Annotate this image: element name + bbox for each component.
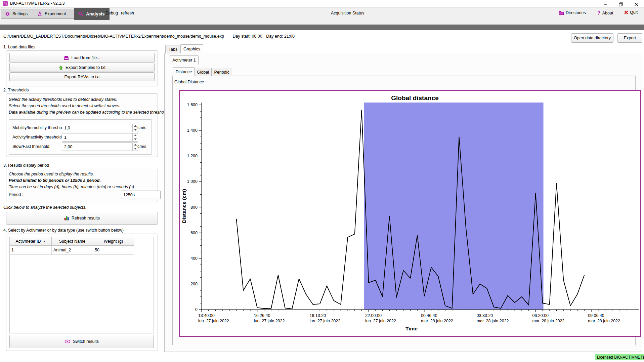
col-header-activmeter-id[interactable]: Activmeter ID xyxy=(10,237,52,246)
eye-icon xyxy=(65,339,71,344)
mobility-threshold-value: 1,0 xyxy=(64,126,70,130)
col-header-subject-name[interactable]: Subject Name xyxy=(52,237,93,246)
thresholds-note-2: Select the speed thresholds used to dete… xyxy=(9,104,120,108)
period-section-title: 3. Results display period xyxy=(3,163,49,168)
mobility-threshold-spinner[interactable] xyxy=(132,124,138,132)
thresholds-note-1: Select the activity thresholds used to d… xyxy=(9,97,117,102)
period-note-3: Time can be set in days (d), hours (h), … xyxy=(9,185,134,189)
slowfast-threshold-unit: cm/s xyxy=(137,144,146,149)
tab-global[interactable]: Global xyxy=(194,68,212,76)
toolbar-quit-label: Quit xyxy=(630,10,638,15)
sort-descending-icon xyxy=(43,241,46,242)
magnifier-icon xyxy=(79,11,84,16)
activity-threshold-input[interactable]: 1 xyxy=(62,133,138,142)
menu-refresh[interactable]: refresh xyxy=(121,11,134,15)
mobility-threshold-unit: cm/s xyxy=(137,125,146,130)
svg-text:lun. 27 juin 2022: lun. 27 juin 2022 xyxy=(198,319,229,323)
activity-threshold-value: 1 xyxy=(64,135,67,140)
svg-text:22:00:00: 22:00:00 xyxy=(365,313,382,318)
svg-text:mar. 28 juin 2022: mar. 28 juin 2022 xyxy=(477,319,509,323)
svg-text:mar. 28 juin 2022: mar. 28 juin 2022 xyxy=(532,319,564,323)
toolbar-about[interactable]: ? About xyxy=(597,10,613,16)
toolbar-directories[interactable]: Directories xyxy=(558,10,586,15)
load-section-title: 1. Load data files xyxy=(3,45,35,49)
col-header-weight[interactable]: Weight (g) xyxy=(93,237,134,246)
svg-text:09:06:40: 09:06:40 xyxy=(588,313,604,318)
slowfast-threshold-value: 2,00 xyxy=(64,145,72,149)
svg-text:00:46:40: 00:46:40 xyxy=(421,313,437,318)
svg-text:1 400: 1 400 xyxy=(187,128,198,133)
tab-distance-label: Distance xyxy=(176,70,192,74)
export-raws-label: Export RAWs to txt xyxy=(64,75,99,79)
open-data-directory-button[interactable]: Open data directory xyxy=(571,33,613,43)
slowfast-threshold-input[interactable]: 2,00 xyxy=(62,143,138,151)
svg-text:Distance (cm): Distance (cm) xyxy=(181,189,187,223)
svg-text:mar. 28 juin 2022: mar. 28 juin 2022 xyxy=(588,319,620,323)
folder-icon xyxy=(558,10,564,15)
day-start: Day start: 06:00 xyxy=(232,34,262,39)
load-from-file-button[interactable]: Load from file... xyxy=(9,53,155,63)
tab-activmeter-1-label: Activmeter 1 xyxy=(172,58,196,63)
file-path: C:/Users/DEMO_LADDERTEST/Documents/Biose… xyxy=(3,34,224,39)
question-icon: ? xyxy=(597,10,601,16)
menu-debug[interactable]: Debug xyxy=(105,11,118,15)
tab-global-label: Global xyxy=(197,70,209,75)
table-cell-subject-name[interactable]: Animal_2 xyxy=(52,246,93,255)
mobility-threshold-label: Mobility/Immobility threshold: xyxy=(12,125,66,130)
load-from-file-label: Load from file... xyxy=(71,55,100,60)
activmeter-table[interactable]: Activmeter ID Subject Name Weight (g) 1 … xyxy=(9,237,154,333)
tab-periodic[interactable]: Periodic xyxy=(211,68,232,76)
export-arrow-icon xyxy=(58,65,63,70)
col-header-subject-name-label: Subject Name xyxy=(59,239,86,244)
period-note-2: Period limited to 50 periods or 1250s a … xyxy=(9,178,101,183)
svg-text:Global distance: Global distance xyxy=(391,94,438,102)
thresholds-section-title: 2. Thresholds xyxy=(3,88,29,92)
menu-analysis-label: Analysis xyxy=(86,11,105,16)
license-badge: Licensed BIO-ACTIVMETER-2 xyxy=(595,354,644,360)
tab-distance[interactable]: Distance xyxy=(173,67,195,76)
svg-text:03:33:20: 03:33:20 xyxy=(477,313,493,318)
menu-analysis[interactable]: Analysis xyxy=(74,8,110,20)
tab-activmeter-1[interactable]: Activmeter 1 xyxy=(170,55,199,65)
day-end: Day end: 21:00 xyxy=(266,34,295,39)
graph-label: Global Distance xyxy=(174,80,204,84)
mobility-threshold-input[interactable]: 1,0 xyxy=(62,124,138,132)
activity-threshold-spinner[interactable] xyxy=(132,133,138,141)
file-path-row: C:/Users/DEMO_LADDERTEST/Documents/Biose… xyxy=(3,34,295,39)
svg-text:lun. 27 juin 2022: lun. 27 juin 2022 xyxy=(365,319,396,323)
svg-text:2: 2 xyxy=(5,3,7,6)
menu-experiment-label: Experiment xyxy=(45,11,66,16)
export-samples-label: Export Samples to txt xyxy=(66,65,105,70)
window-title: BIO-ACTIVMETER-2 - v2.1.3 xyxy=(10,1,65,6)
refresh-results-label: Refresh results xyxy=(72,216,100,220)
toolbar-quit[interactable]: Quit xyxy=(624,10,638,15)
refresh-results-button[interactable]: Refresh results xyxy=(6,212,158,225)
table-cell-weight[interactable]: 50 xyxy=(93,246,134,255)
period-note-1: Choose the period used to display the re… xyxy=(9,172,94,176)
export-button[interactable]: Export xyxy=(617,33,642,43)
svg-text:06:20:00: 06:20:00 xyxy=(532,313,549,318)
svg-text:mar. 28 juin 2022: mar. 28 juin 2022 xyxy=(421,319,453,323)
activity-threshold-label: Activity/Inactivity threshold: xyxy=(12,135,63,139)
flask-icon xyxy=(37,11,42,16)
tab-tabs[interactable]: Tabs xyxy=(165,45,181,53)
slowfast-threshold-label: Slow/Fast threshold: xyxy=(12,144,50,149)
period-value: 1250s xyxy=(123,193,135,197)
svg-text:400: 400 xyxy=(190,256,198,261)
gear-icon xyxy=(5,11,10,16)
quit-x-icon xyxy=(624,10,628,14)
export-samples-button[interactable]: Export Samples to txt xyxy=(9,63,155,72)
svg-text:1 000: 1 000 xyxy=(187,179,198,184)
svg-text:600: 600 xyxy=(190,231,198,235)
menu-settings-label: Settings xyxy=(12,11,28,16)
load-file-icon xyxy=(63,55,69,60)
period-input[interactable]: 1250s xyxy=(121,191,161,199)
slowfast-threshold-spinner[interactable] xyxy=(132,143,138,151)
tab-periodic-label: Periodic xyxy=(214,70,229,75)
switch-results-button[interactable]: Switch results xyxy=(9,335,154,348)
tab-graphics[interactable]: Graphics xyxy=(180,44,203,53)
separator-band xyxy=(0,25,644,30)
export-raws-button[interactable]: Export RAWs to txt xyxy=(9,72,155,81)
svg-text:1 200: 1 200 xyxy=(187,154,198,158)
table-cell-activmeter-id[interactable]: 1 xyxy=(10,246,52,255)
